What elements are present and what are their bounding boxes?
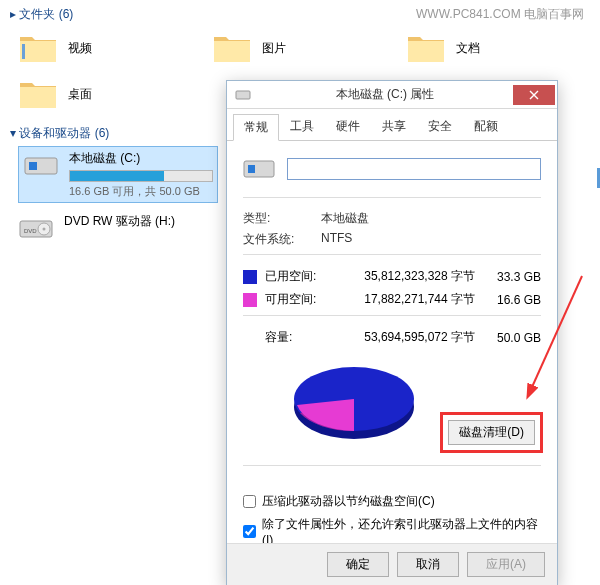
disk-cleanup-button[interactable]: 磁盘清理(D) xyxy=(448,420,535,445)
folder-desktop[interactable]: 桌面 xyxy=(18,77,158,111)
folder-label: 视频 xyxy=(68,40,92,57)
compress-label: 压缩此驱动器以节约磁盘空间(C) xyxy=(262,493,435,510)
watermark: WWW.PC841.COM 电脑百事网 xyxy=(416,6,584,23)
free-gb: 16.6 GB xyxy=(491,293,541,307)
dialog-title: 本地磁盘 (C:) 属性 xyxy=(257,86,513,103)
drive-subtitle: 16.6 GB 可用，共 50.0 GB xyxy=(69,184,213,199)
ok-button[interactable]: 确定 xyxy=(327,552,389,577)
folder-label: 桌面 xyxy=(68,86,92,103)
folder-icon xyxy=(406,31,446,65)
close-button[interactable] xyxy=(513,85,555,105)
folder-icon xyxy=(18,31,58,65)
type-label: 类型: xyxy=(243,210,321,227)
svg-rect-9 xyxy=(248,165,255,173)
cleanup-highlight: 磁盘清理(D) xyxy=(440,412,543,453)
used-bytes: 35,812,323,328 字节 xyxy=(329,268,491,285)
folder-documents[interactable]: 文档 xyxy=(406,31,546,65)
fs-value: NTFS xyxy=(321,231,352,248)
tab-general[interactable]: 常规 xyxy=(233,114,279,141)
cancel-button[interactable]: 取消 xyxy=(397,552,459,577)
svg-point-5 xyxy=(43,228,46,231)
usage-pie-chart xyxy=(284,357,424,447)
compress-checkbox-row[interactable]: 压缩此驱动器以节约磁盘空间(C) xyxy=(243,490,541,513)
drive-icon xyxy=(23,150,59,180)
separator xyxy=(243,315,541,316)
folders-row-1: 视频 图片 文档 xyxy=(0,27,600,73)
drive-title: 本地磁盘 (C:) xyxy=(69,150,213,167)
drive-small-icon xyxy=(235,87,251,103)
svg-rect-0 xyxy=(22,44,25,59)
separator xyxy=(243,197,541,198)
svg-text:DVD: DVD xyxy=(24,228,37,234)
capacity-label: 容量: xyxy=(265,329,329,346)
drive-big-icon xyxy=(243,155,275,183)
folder-label: 文档 xyxy=(456,40,480,57)
used-gb: 33.3 GB xyxy=(491,270,541,284)
free-swatch xyxy=(243,293,257,307)
tab-strip: 常规 工具 硬件 共享 安全 配额 xyxy=(227,109,557,141)
index-checkbox[interactable] xyxy=(243,525,256,538)
separator xyxy=(243,465,541,466)
svg-rect-7 xyxy=(236,91,250,99)
folder-label: 图片 xyxy=(262,40,286,57)
dialog-footer: 确定 取消 应用(A) xyxy=(227,543,557,585)
tab-body: 类型:本地磁盘 文件系统:NTFS 已用空间: 35,812,323,328 字… xyxy=(227,141,557,560)
tab-security[interactable]: 安全 xyxy=(417,113,463,140)
separator xyxy=(243,254,541,255)
folder-pictures[interactable]: 图片 xyxy=(212,31,352,65)
type-value: 本地磁盘 xyxy=(321,210,369,227)
tab-quota[interactable]: 配额 xyxy=(463,113,509,140)
tab-sharing[interactable]: 共享 xyxy=(371,113,417,140)
folder-video[interactable]: 视频 xyxy=(18,31,158,65)
volume-name-input[interactable] xyxy=(287,158,541,180)
compress-checkbox[interactable] xyxy=(243,495,256,508)
svg-rect-2 xyxy=(29,162,37,170)
drive-usage-bar xyxy=(69,170,213,182)
tab-hardware[interactable]: 硬件 xyxy=(325,113,371,140)
free-label: 可用空间: xyxy=(265,291,329,308)
free-bytes: 17,882,271,744 字节 xyxy=(329,291,491,308)
close-icon xyxy=(529,90,539,100)
drive-dvd[interactable]: DVD DVD RW 驱动器 (H:) xyxy=(18,209,218,247)
dvd-icon: DVD xyxy=(18,213,54,243)
capacity-bytes: 53,694,595,072 字节 xyxy=(329,329,491,346)
properties-dialog: 本地磁盘 (C:) 属性 常规 工具 硬件 共享 安全 配额 类型:本地磁盘 文… xyxy=(226,80,558,585)
fs-label: 文件系统: xyxy=(243,231,321,248)
titlebar[interactable]: 本地磁盘 (C:) 属性 xyxy=(227,81,557,109)
used-label: 已用空间: xyxy=(265,268,329,285)
dvd-title: DVD RW 驱动器 (H:) xyxy=(64,213,218,230)
apply-button[interactable]: 应用(A) xyxy=(467,552,545,577)
tab-tools[interactable]: 工具 xyxy=(279,113,325,140)
folder-icon xyxy=(212,31,252,65)
folder-icon xyxy=(18,77,58,111)
used-swatch xyxy=(243,270,257,284)
capacity-gb: 50.0 GB xyxy=(491,331,541,345)
drive-c[interactable]: 本地磁盘 (C:) 16.6 GB 可用，共 50.0 GB xyxy=(18,146,218,203)
